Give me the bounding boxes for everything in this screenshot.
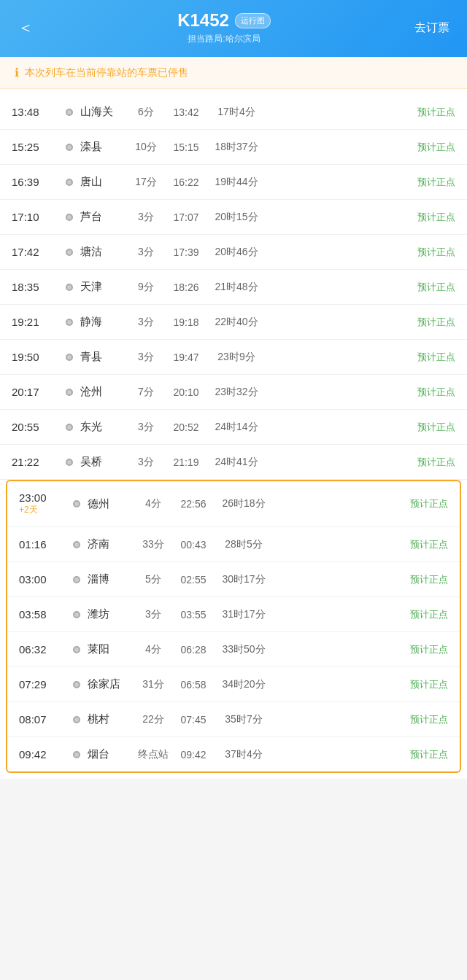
- elapsed-time: 21时48分: [207, 281, 266, 294]
- status-badge: 预计正点: [266, 281, 455, 294]
- status-badge: 预计正点: [266, 316, 455, 329]
- station-name: 莱阳: [82, 642, 134, 656]
- station-name: 潍坊: [82, 607, 134, 621]
- table-row[interactable]: 03:58潍坊3分03:5531时17分预计正点: [7, 597, 460, 632]
- status-badge: 预计正点: [266, 351, 455, 364]
- stop-duration: 31分: [134, 678, 172, 691]
- arrival-time: 07:29: [19, 678, 72, 691]
- table-row[interactable]: 01:16济南33分00:4328时5分预计正点: [7, 527, 460, 562]
- stop-duration: 9分: [127, 281, 165, 294]
- status-badge: 预计正点: [273, 573, 448, 586]
- table-row[interactable]: 20:55东光3分20:5224时14分预计正点: [0, 410, 467, 445]
- elapsed-time: 20时15分: [207, 211, 266, 224]
- stop-duration: 6分: [127, 106, 165, 119]
- station-name: 唐山: [74, 175, 127, 189]
- stop-dot: [64, 354, 74, 361]
- table-row[interactable]: 17:42塘沽3分17:3920时46分预计正点: [0, 235, 467, 270]
- station-name: 沧州: [74, 385, 127, 399]
- elapsed-time: 31时17分: [215, 608, 273, 621]
- stop-dot: [64, 214, 74, 221]
- stop-duration: 7分: [127, 386, 165, 399]
- station-name: 天津: [74, 280, 127, 294]
- table-row[interactable]: 06:32莱阳4分06:2833时50分预计正点: [7, 632, 460, 667]
- table-row[interactable]: 03:00淄博5分02:5530时17分预计正点: [7, 562, 460, 597]
- stop-dot: [72, 751, 82, 758]
- arrival-time: 20:55: [12, 421, 64, 433]
- arrival-time: 17:42: [12, 246, 64, 258]
- header: ＜ K1452 运行图 担当路局:哈尔滨局 去订票: [0, 0, 467, 57]
- stop-dot: [64, 284, 74, 291]
- elapsed-time: 28时5分: [215, 538, 273, 551]
- elapsed-time: 20时46分: [207, 246, 266, 259]
- stop-dot: [72, 611, 82, 618]
- status-badge: 预计正点: [266, 421, 455, 434]
- elapsed-time: 33时50分: [215, 643, 273, 656]
- table-row[interactable]: 07:29徐家店31分06:5834时20分预计正点: [7, 667, 460, 702]
- table-row[interactable]: 16:39唐山17分16:2219时44分预计正点: [0, 165, 467, 200]
- station-name: 塘沽: [74, 245, 127, 259]
- table-row[interactable]: 09:42烟台终点站09:4237时4分预计正点: [7, 737, 460, 771]
- depart-time: 17:39: [165, 246, 207, 258]
- arrival-time: 08:07: [19, 713, 72, 726]
- status-badge: 预计正点: [273, 678, 448, 691]
- stop-duration: 4分: [134, 643, 172, 656]
- station-name: 济南: [82, 537, 134, 551]
- stop-dot: [72, 646, 82, 653]
- arrival-time: 06:32: [19, 643, 72, 656]
- status-badge: 预计正点: [273, 748, 448, 761]
- route-badge[interactable]: 运行图: [235, 13, 271, 28]
- table-row[interactable]: 19:50青县3分19:4723时9分预计正点: [0, 340, 467, 375]
- depart-time: 09:42: [172, 749, 215, 761]
- status-badge: 预计正点: [266, 456, 455, 469]
- status-badge: 预计正点: [273, 538, 448, 551]
- table-row[interactable]: 21:22吴桥3分21:1924时41分预计正点: [0, 445, 467, 480]
- elapsed-time: 17时4分: [207, 106, 266, 119]
- table-row[interactable]: 13:48山海关6分13:4217时4分预计正点: [0, 95, 467, 130]
- elapsed-time: 22时40分: [207, 316, 266, 329]
- table-row[interactable]: 17:10芦台3分17:0720时15分预计正点: [0, 200, 467, 235]
- depart-time: 20:10: [165, 386, 207, 398]
- train-number: K1452: [177, 10, 229, 31]
- station-name: 山海关: [74, 105, 127, 119]
- notice-icon: ℹ: [15, 66, 19, 79]
- depart-time: 06:28: [172, 644, 215, 656]
- table-row[interactable]: 20:17沧州7分20:1023时32分预计正点: [0, 375, 467, 410]
- arrival-time: 19:50: [12, 351, 64, 363]
- depart-time: 19:18: [165, 316, 207, 328]
- back-button[interactable]: ＜: [12, 14, 39, 42]
- status-badge: 预计正点: [266, 176, 455, 189]
- table-row[interactable]: 23:00+2天德州4分22:5626时18分预计正点: [7, 481, 460, 527]
- stop-dot: [72, 500, 82, 508]
- status-badge: 预计正点: [273, 497, 448, 510]
- stop-duration: 5分: [134, 573, 172, 586]
- stop-duration: 10分: [127, 141, 165, 154]
- station-name: 滦县: [74, 140, 127, 154]
- stop-duration: 3分: [127, 351, 165, 364]
- table-row[interactable]: 15:25滦县10分15:1518时37分预计正点: [0, 130, 467, 165]
- bureau-label: 担当路局:哈尔滨局: [39, 33, 409, 45]
- table-row[interactable]: 18:35天津9分18:2621时48分预计正点: [0, 270, 467, 305]
- depart-time: 17:07: [165, 211, 207, 223]
- arrival-time: 16:39: [12, 176, 64, 188]
- table-row[interactable]: 08:07桃村22分07:4535时7分预计正点: [7, 702, 460, 737]
- elapsed-time: 30时17分: [215, 573, 273, 586]
- station-name: 桃村: [82, 712, 134, 726]
- station-name: 吴桥: [74, 455, 127, 469]
- depart-time: 19:47: [165, 351, 207, 363]
- arrival-time: 09:42: [19, 748, 72, 761]
- stop-duration: 4分: [134, 497, 172, 510]
- header-center: K1452 运行图 担当路局:哈尔滨局: [39, 10, 409, 45]
- elapsed-time: 18时37分: [207, 141, 266, 154]
- stop-duration: 3分: [127, 246, 165, 259]
- status-badge: 预计正点: [273, 713, 448, 726]
- depart-time: 07:45: [172, 714, 215, 726]
- elapsed-time: 24时41分: [207, 456, 266, 469]
- stop-duration: 3分: [127, 421, 165, 434]
- station-name: 东光: [74, 420, 127, 434]
- table-row[interactable]: 19:21静海3分19:1822时40分预计正点: [0, 305, 467, 340]
- stop-dot: [72, 576, 82, 583]
- book-button[interactable]: 去订票: [409, 18, 455, 39]
- station-name: 德州: [82, 497, 134, 511]
- status-badge: 预计正点: [266, 246, 455, 259]
- arrival-time: 15:25: [12, 141, 64, 153]
